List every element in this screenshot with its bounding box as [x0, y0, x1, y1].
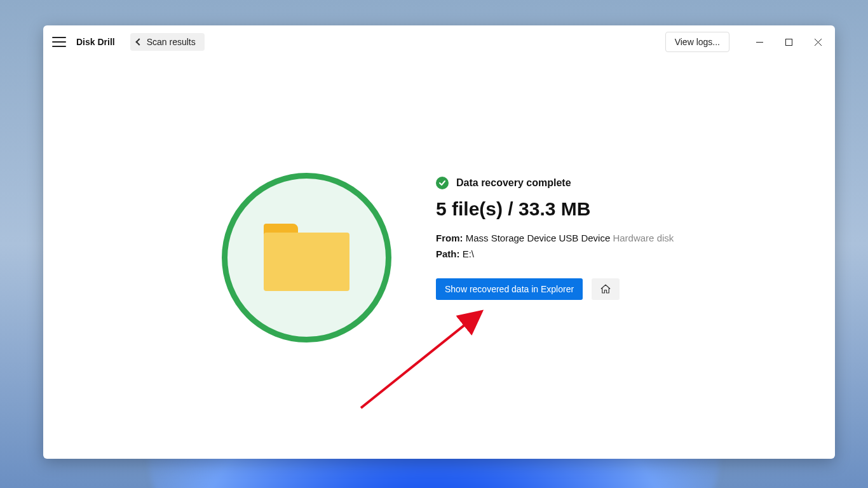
- chevron-left-icon: [135, 38, 142, 45]
- from-value: Mass Storage Device USB Device: [466, 233, 611, 243]
- action-row: Show recovered data in Explorer: [436, 278, 674, 300]
- content-area: Data recovery complete 5 file(s) / 33.3 …: [43, 58, 835, 459]
- status-row: Data recovery complete: [436, 177, 674, 189]
- home-icon: [600, 283, 611, 295]
- breadcrumb-scan-results[interactable]: Scan results: [130, 33, 205, 51]
- title-bar-right: View logs...: [665, 27, 832, 57]
- title-bar-left: Disk Drill Scan results: [52, 33, 205, 51]
- title-bar: Disk Drill Scan results View logs...: [43, 25, 835, 58]
- home-button[interactable]: [592, 278, 620, 300]
- app-window: Disk Drill Scan results View logs...: [43, 25, 835, 459]
- folder-icon: [264, 224, 349, 292]
- path-label: Path:: [436, 248, 460, 259]
- svg-rect-1: [785, 39, 792, 45]
- app-title: Disk Drill: [76, 37, 115, 47]
- window-maximize-button[interactable]: [774, 27, 803, 57]
- view-logs-button[interactable]: View logs...: [665, 32, 729, 52]
- hamburger-menu-icon[interactable]: [52, 37, 66, 47]
- breadcrumb-label: Scan results: [147, 37, 196, 47]
- from-disk-type: Hardware disk: [613, 233, 674, 243]
- checkmark-icon: [436, 177, 449, 189]
- from-label: From:: [436, 233, 463, 243]
- window-minimize-button[interactable]: [745, 27, 774, 57]
- recovery-info: Data recovery complete 5 file(s) / 33.3 …: [436, 173, 674, 300]
- window-close-button[interactable]: [803, 27, 832, 57]
- recovery-from: From: Mass Storage Device USB Device Har…: [436, 233, 674, 243]
- recovery-path: Path: E:\: [436, 248, 674, 259]
- recovery-summary: 5 file(s) / 33.3 MB: [436, 198, 674, 220]
- path-value: E:\: [463, 248, 474, 259]
- success-circle: [222, 173, 391, 342]
- status-text: Data recovery complete: [456, 177, 571, 189]
- show-in-explorer-button[interactable]: Show recovered data in Explorer: [436, 278, 583, 300]
- recovery-complete-hero: Data recovery complete 5 file(s) / 33.3 …: [222, 173, 674, 342]
